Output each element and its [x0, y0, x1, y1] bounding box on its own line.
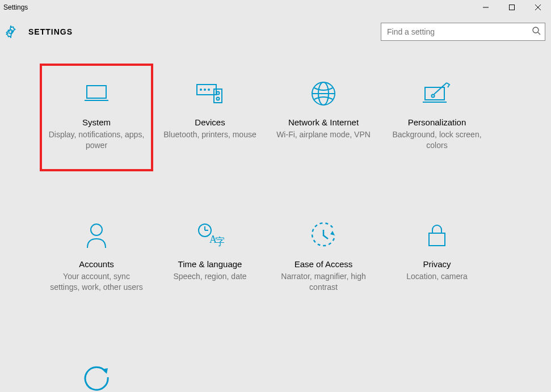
tile-desc: Narrator, magnifier, high contrast [275, 271, 372, 293]
svg-point-22 [91, 224, 102, 235]
window-buttons [473, 0, 551, 15]
svg-point-12 [208, 89, 209, 90]
tile-title: Personalization [408, 117, 466, 127]
tile-system[interactable]: System Display, notifications, apps, pow… [40, 64, 153, 171]
maximize-button[interactable] [499, 0, 525, 15]
tile-desc: Bluetooth, printers, mouse [163, 129, 256, 140]
tile-devices[interactable]: Devices Bluetooth, printers, mouse [153, 64, 267, 171]
gear-icon [3, 24, 18, 39]
time-language-icon: A 字 [196, 220, 224, 251]
tile-personalization[interactable]: Personalization Background, lock screen,… [380, 64, 494, 171]
window-title: Settings [3, 3, 28, 11]
svg-point-15 [217, 98, 220, 100]
svg-point-21 [432, 95, 435, 98]
tile-title: Accounts [79, 259, 114, 269]
tile-title: System [82, 117, 111, 127]
tile-desc: Wi-Fi, airplane mode, VPN [276, 129, 371, 140]
tile-update-security[interactable]: Update & security Windows Update, recove… [40, 347, 153, 392]
tile-desc: Speech, region, date [173, 271, 246, 282]
tile-network[interactable]: Network & Internet Wi-Fi, airplane mode,… [267, 64, 380, 171]
display-icon [82, 78, 111, 109]
tile-title: Devices [195, 117, 225, 127]
svg-line-6 [538, 32, 540, 35]
tile-title: Time & language [178, 259, 242, 269]
update-icon [83, 361, 110, 392]
personalization-icon [422, 78, 452, 109]
person-icon [84, 220, 109, 251]
tile-desc: Your account, sync settings, work, other… [48, 271, 145, 293]
tile-title: Ease of Access [295, 259, 353, 269]
tile-title: Network & Internet [288, 117, 359, 127]
close-button[interactable] [525, 0, 551, 15]
svg-point-11 [204, 89, 205, 90]
search-icon [532, 26, 541, 37]
globe-icon [310, 78, 337, 109]
tile-accounts[interactable]: Accounts Your account, sync settings, wo… [40, 205, 153, 313]
header: SETTINGS [0, 15, 551, 47]
lock-icon [426, 220, 448, 251]
search-input[interactable] [381, 23, 545, 41]
tile-desc: Background, lock screen, colors [389, 129, 485, 151]
minimize-button[interactable] [473, 0, 499, 15]
svg-point-5 [533, 27, 539, 33]
svg-point-14 [217, 92, 220, 95]
svg-rect-1 [510, 5, 515, 10]
tile-ease-of-access[interactable]: Ease of Access Narrator, magnifier, high… [267, 205, 380, 313]
svg-text:字: 字 [215, 236, 224, 247]
tile-desc: Display, notifications, apps, power [48, 129, 145, 151]
settings-grid: System Display, notifications, apps, pow… [40, 64, 517, 392]
tile-desc: Location, camera [406, 271, 467, 282]
devices-icon [195, 78, 225, 109]
tile-privacy[interactable]: Privacy Location, camera [380, 205, 494, 313]
tile-time-language[interactable]: A 字 Time & language Speech, region, date [153, 205, 267, 313]
ease-of-access-icon [310, 220, 337, 251]
svg-marker-28 [330, 231, 335, 235]
page-title: SETTINGS [28, 27, 73, 36]
svg-rect-29 [429, 233, 445, 246]
tile-title: Privacy [423, 259, 451, 269]
svg-rect-7 [87, 86, 106, 98]
search-field-wrap [381, 23, 545, 41]
title-bar: Settings [0, 0, 551, 15]
svg-point-10 [200, 89, 201, 90]
